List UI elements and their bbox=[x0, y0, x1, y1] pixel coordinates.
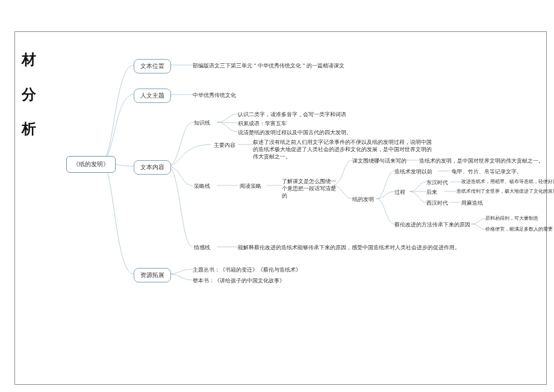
node-paper-invention: 纸的发明 bbox=[352, 196, 374, 203]
mindmap: 《纸的发明》 文本位置 部编版语文三下第三单元＂中华优秀传统文化＂的一篇精读课文… bbox=[0, 0, 554, 392]
leaf-later: 造纸术传到了全世界，极大地促进了文化的发展。 bbox=[456, 188, 554, 195]
leaf-text-position: 部编版语文三下第三单元＂中华优秀传统文化＂的一篇精读课文 bbox=[193, 62, 344, 69]
node-cailun-reason: 蔡伦改进的方法传承下来的原因 bbox=[394, 221, 470, 228]
node-east-han: 东汉时代 bbox=[426, 179, 448, 186]
leaf-before-invention: 龟甲、竹片、帛等记录文字。 bbox=[452, 168, 522, 175]
node-strategy-line: 策略线 bbox=[194, 182, 210, 190]
leaf-around-sentence: 造纸术的发明，是中国对世界文明的伟大贡献之一。 bbox=[419, 157, 544, 164]
leaf-reason-2: 价格便宜，能满足多数人的需要 bbox=[485, 226, 553, 233]
leaf-knowledge-b: 积累成语：学富五车 bbox=[238, 120, 287, 127]
node-reading-strategy: 阅读策略 bbox=[240, 182, 261, 190]
node-before-invention: 造纸术发明以前 bbox=[394, 168, 432, 175]
node-process: 过程 bbox=[394, 188, 405, 196]
leaf-reading-strategy: 了解课文是怎么围绕一个意思把一段话写清楚的 bbox=[282, 178, 336, 199]
leaf-main-content: 叙述了没有纸之前人们用文字记录事件的不便以及纸的发明过程，说明中国的造纸术极大地… bbox=[253, 138, 434, 160]
node-around-sentence: 课文围绕哪句话来写的 bbox=[352, 157, 406, 164]
leaf-reason-1: 原料易得到，可大量制造 bbox=[485, 216, 538, 222]
node-later: 后来 bbox=[426, 188, 437, 196]
node-text-position: 文本位置 bbox=[134, 59, 171, 73]
leaf-emotion-line: 能解释蔡伦改进的造纸术能够传承下来的原因，感受中国造纸术对人类社会进步的促进作用… bbox=[238, 244, 460, 251]
root-node: 《纸的发明》 bbox=[66, 156, 116, 173]
leaf-humanistic-theme: 中华优秀传统文化 bbox=[193, 92, 236, 99]
leaf-resource-a: 主题丛书：《书籍的变迁》《蔡伦与造纸术》 bbox=[193, 266, 301, 273]
leaf-knowledge-c: 说清楚纸的发明过程以及中国古代的四大发明。 bbox=[238, 129, 352, 136]
node-knowledge-line: 知识线 bbox=[194, 119, 210, 126]
leaf-west-han: 用麻造纸 bbox=[461, 199, 483, 207]
node-west-han: 西汉时代 bbox=[426, 199, 448, 207]
node-emotion-line: 情感线 bbox=[194, 244, 210, 251]
node-humanistic-theme: 人文主题 bbox=[134, 89, 171, 103]
leaf-knowledge-a: 认识二类字，读准多音字，会写一类字和词语 bbox=[238, 111, 346, 118]
node-main-content: 主要内容 bbox=[214, 142, 235, 149]
node-resource-expansion: 资源拓展 bbox=[134, 268, 171, 282]
leaf-resource-b: 整本书：《讲给孩子的中国文化故事》 bbox=[193, 277, 285, 284]
leaf-east-han: 改进造纸术，用稻草、破布等造纸，轻便好用。 bbox=[461, 179, 554, 185]
node-text-content: 文本内容 bbox=[134, 160, 171, 175]
connector-lines bbox=[0, 0, 554, 392]
